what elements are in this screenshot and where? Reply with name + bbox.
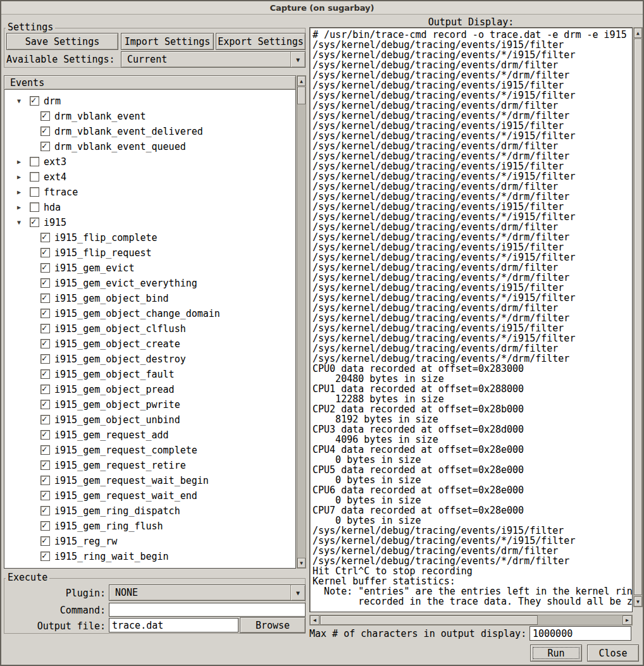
tree-row[interactable]: ✓i915_gem_request_complete (4, 443, 295, 458)
tree-row[interactable]: ▼✓drm (4, 94, 295, 109)
event-checkbox[interactable]: ✓ (40, 111, 50, 121)
event-label: drm_vblank_event_queued (54, 142, 186, 152)
event-checkbox[interactable]: ✓ (40, 491, 50, 500)
tree-row[interactable]: ✓drm_vblank_event_queued (4, 139, 295, 154)
tree-row[interactable]: ✓i915_gem_object_pread (4, 382, 295, 397)
tree-row[interactable]: ▶ext3 (4, 154, 295, 170)
event-label: i915_gem_object_change_domain (54, 309, 220, 319)
command-input[interactable] (109, 603, 306, 617)
plugin-combobox[interactable]: NONE ▼ (109, 584, 306, 601)
scroll-down-button[interactable]: ▼ (634, 596, 642, 607)
event-checkbox[interactable] (30, 157, 39, 166)
run-button[interactable]: Run (530, 644, 582, 662)
expander-open-icon[interactable]: ▼ (15, 219, 23, 226)
tree-row[interactable]: ✓i915_gem_object_fault (4, 367, 295, 382)
export-settings-button[interactable]: Export Settings (216, 33, 306, 50)
tree-row[interactable]: ✓i915_gem_ring_flush (4, 519, 295, 534)
event-checkbox[interactable]: ✓ (40, 460, 50, 470)
tree-row[interactable]: ▶ext4 (4, 170, 295, 185)
tree-row[interactable]: ▶hda (4, 200, 295, 215)
event-checkbox[interactable]: ✓ (40, 263, 50, 273)
tree-row[interactable]: ✓i915_gem_object_pwrite (4, 397, 295, 412)
scroll-up-button[interactable]: ▲ (297, 76, 306, 86)
output-hscrollbar-thumb[interactable] (320, 615, 538, 625)
import-settings-button[interactable]: Import Settings (121, 33, 214, 50)
tree-row[interactable]: ✓i915_gem_request_wait_end (4, 488, 295, 503)
tree-row[interactable]: ✓i915_gem_object_unbind (4, 412, 295, 428)
save-settings-button[interactable]: Save Settings (6, 33, 118, 50)
event-checkbox[interactable]: ✓ (40, 142, 50, 151)
titlebar[interactable]: Capture (on sugarbay) (1, 1, 643, 15)
event-checkbox[interactable]: ✓ (30, 96, 39, 106)
tree-row[interactable]: ▼✓i915 (4, 215, 295, 230)
tree-row[interactable]: ✓i915_gem_ring_dispatch (4, 503, 295, 519)
tree-row[interactable]: ✓i915_ring_wait_begin (4, 549, 295, 564)
event-checkbox[interactable]: ✓ (40, 339, 50, 348)
event-checkbox[interactable]: ✓ (40, 369, 50, 379)
output-file-input[interactable] (109, 618, 238, 632)
output-scrollbar-thumb[interactable] (634, 39, 642, 595)
tree-row[interactable]: ✓i915_flip_request (4, 245, 295, 261)
scroll-right-button[interactable]: ▶ (622, 615, 632, 625)
tree-row[interactable]: ✓i915_gem_object_create (4, 336, 295, 352)
scroll-left-button[interactable]: ◀ (310, 615, 319, 625)
event-checkbox[interactable]: ✓ (40, 248, 50, 257)
event-checkbox[interactable] (30, 172, 39, 182)
event-checkbox[interactable]: ✓ (30, 218, 39, 227)
expander-closed-icon[interactable]: ▶ (15, 204, 23, 211)
tree-row[interactable]: ✓i915_gem_object_clflush (4, 321, 295, 336)
browse-button[interactable]: Browse (240, 617, 306, 633)
check-icon: ✓ (42, 505, 47, 515)
tree-row[interactable]: ✓i915_gem_evict (4, 261, 295, 276)
event-checkbox[interactable]: ✓ (40, 278, 50, 288)
event-checkbox[interactable]: ✓ (40, 552, 50, 561)
event-label: drm_vblank_event_delivered (54, 126, 203, 137)
expander-open-icon[interactable]: ▼ (15, 97, 23, 104)
tree-row[interactable]: ✓drm_vblank_event (4, 109, 295, 124)
available-settings-combobox[interactable]: Current ▼ (121, 51, 306, 68)
expander-closed-icon[interactable]: ▶ (15, 158, 23, 165)
event-checkbox[interactable]: ✓ (40, 126, 50, 136)
tree-row[interactable]: ✓i915_gem_object_bind (4, 291, 295, 306)
output-horizontal-scrollbar[interactable]: ◀ ▶ (309, 615, 633, 626)
check-icon: ✓ (42, 323, 47, 333)
event-checkbox[interactable]: ✓ (40, 506, 50, 515)
tree-row[interactable]: ✓i915_flip_complete (4, 230, 295, 245)
event-checkbox[interactable]: ✓ (40, 385, 50, 394)
event-checkbox[interactable] (30, 187, 39, 197)
scroll-up-button[interactable]: ▲ (634, 28, 642, 38)
expander-closed-icon[interactable]: ▶ (15, 173, 23, 180)
tree-row[interactable]: ✓i915_gem_request_add (4, 428, 295, 443)
event-checkbox[interactable]: ✓ (40, 293, 50, 303)
events-vertical-scrollbar[interactable]: ▲ ▼ (297, 75, 306, 569)
event-checkbox[interactable]: ✓ (40, 430, 50, 440)
output-display[interactable]: # /usr/bin/trace-cmd record -o trace.dat… (309, 27, 633, 612)
event-checkbox[interactable]: ✓ (40, 400, 50, 409)
event-checkbox[interactable] (30, 202, 39, 212)
tree-row[interactable]: ✓drm_vblank_event_delivered (4, 124, 295, 139)
event-checkbox[interactable]: ✓ (40, 521, 50, 531)
output-vertical-scrollbar[interactable]: ▲ ▼ (633, 27, 643, 607)
event-checkbox[interactable]: ✓ (40, 476, 50, 485)
events-column-header[interactable]: Events (4, 75, 296, 90)
event-checkbox[interactable]: ✓ (40, 445, 50, 455)
tree-row[interactable]: ✓i915_gem_request_wait_begin (4, 473, 295, 488)
event-checkbox[interactable]: ✓ (40, 415, 50, 424)
tree-row[interactable]: ✓i915_gem_request_retire (4, 458, 295, 473)
tree-row[interactable]: ✓i915_gem_object_destroy (4, 352, 295, 367)
event-checkbox[interactable]: ✓ (40, 536, 50, 546)
event-checkbox[interactable]: ✓ (40, 354, 50, 364)
tree-row[interactable]: ✓i915_reg_rw (4, 534, 295, 549)
max-chars-input[interactable] (529, 626, 631, 641)
tree-row[interactable]: ✓i915_gem_object_change_domain (4, 306, 295, 321)
events-scrollbar-thumb[interactable] (297, 87, 306, 104)
tree-row[interactable]: ▶ftrace (4, 185, 295, 200)
expander-closed-icon[interactable]: ▶ (15, 188, 23, 195)
event-checkbox[interactable]: ✓ (40, 233, 50, 242)
tree-row[interactable]: ✓i915_gem_evict_everything (4, 276, 295, 291)
scroll-down-button[interactable]: ▼ (297, 558, 306, 568)
events-tree[interactable]: ▼✓drm✓drm_vblank_event✓drm_vblank_event_… (4, 90, 296, 569)
event-checkbox[interactable]: ✓ (40, 324, 50, 333)
event-checkbox[interactable]: ✓ (40, 309, 50, 318)
close-button[interactable]: Close (587, 644, 639, 662)
